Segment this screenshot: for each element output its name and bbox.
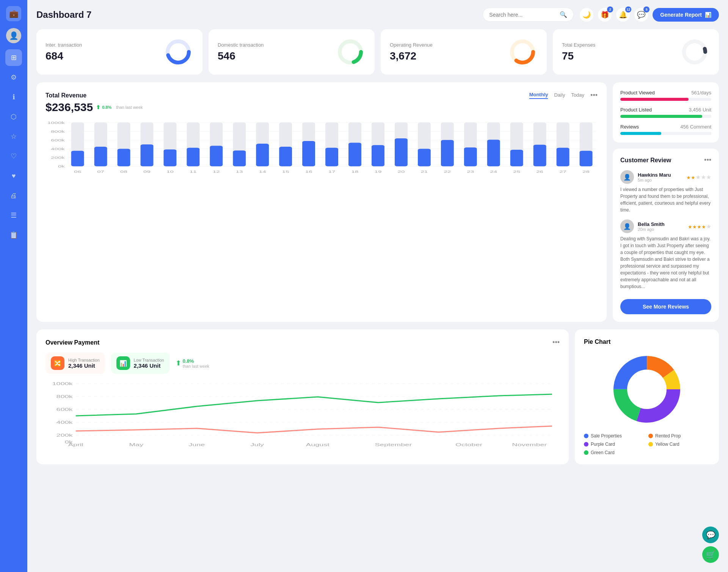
sidebar-item-dashboard[interactable]: ⊞ <box>5 49 22 66</box>
notifications-btn[interactable]: 🎁 2 <box>598 8 612 22</box>
svg-rect-49 <box>210 146 223 166</box>
donut-expenses <box>679 37 710 67</box>
svg-text:22: 22 <box>444 170 451 174</box>
low-transaction-icon: 📊 <box>116 356 130 370</box>
dark-mode-toggle[interactable]: 🌙 <box>580 8 593 22</box>
svg-text:13: 13 <box>236 170 243 174</box>
svg-text:18: 18 <box>351 170 359 174</box>
tab-today[interactable]: Today <box>571 92 584 99</box>
stat-value-domestic: 546 <box>218 50 264 62</box>
payment-title: Overview Payment <box>46 339 99 346</box>
svg-text:24: 24 <box>490 170 497 174</box>
search-bar: 🔍 <box>483 8 574 22</box>
legend-dot-rented <box>648 434 653 438</box>
svg-rect-61 <box>487 139 500 166</box>
badge-gift: 2 <box>607 6 613 13</box>
user-avatar[interactable]: 👤 <box>6 28 21 43</box>
payment-card: Overview Payment ••• 🔀 High Transaction … <box>36 329 569 464</box>
svg-rect-59 <box>441 140 454 166</box>
sidebar-item-layers[interactable]: ⬡ <box>5 108 22 125</box>
line-chart-svg: 1000k 800k 600k 400k 200k 0k April May <box>46 380 560 448</box>
pie-chart-svg <box>609 351 685 427</box>
metric-product-viewed: Product Viewed 561/days <box>620 90 711 101</box>
legend-sale: Sale Properties <box>584 433 645 439</box>
search-icon[interactable]: 🔍 <box>560 11 567 18</box>
legend-green: Green Card <box>584 450 645 455</box>
sidebar-item-list[interactable]: ☰ <box>5 207 22 224</box>
tab-daily[interactable]: Daily <box>554 92 565 99</box>
svg-rect-45 <box>118 149 130 166</box>
svg-text:800k: 800k <box>51 130 65 133</box>
payment-more-menu[interactable]: ••• <box>552 338 560 346</box>
svg-text:0k: 0k <box>58 165 65 168</box>
svg-rect-60 <box>464 147 477 166</box>
reviewer-name-1: Hawkins Maru <box>638 172 671 178</box>
svg-rect-47 <box>164 149 177 166</box>
chat-float-button[interactable]: 💬 <box>702 527 719 543</box>
sidebar-item-liked[interactable]: ♥ <box>5 168 22 184</box>
svg-text:800k: 800k <box>56 395 73 399</box>
bar-chart-svg: 1000k 800k 600k 400k 200k 0k <box>46 120 598 180</box>
svg-text:27: 27 <box>559 170 566 174</box>
legend-dot-purple <box>584 442 588 447</box>
tab-monthly[interactable]: Monthly <box>529 92 548 99</box>
stat-card-inter: Inter. transaction 684 <box>36 29 202 75</box>
sidebar-item-settings[interactable]: ⚙ <box>5 69 22 86</box>
review-stars-2: ★★★★★ <box>688 223 711 230</box>
legend-purple: Purple Card <box>584 442 645 447</box>
svg-rect-64 <box>557 148 570 166</box>
svg-rect-43 <box>71 151 84 166</box>
revenue-more-menu[interactable]: ••• <box>590 91 598 99</box>
payment-change: ⬆ 0.8% than last week <box>176 353 209 374</box>
revenue-header: Total Revenue Monthly Daily Today ••• <box>46 91 598 99</box>
legend-rented: Rented Prop <box>648 433 710 439</box>
svg-rect-53 <box>302 141 315 166</box>
cart-float-button[interactable]: 🛒 <box>702 546 719 563</box>
bottom-row: Overview Payment ••• 🔀 High Transaction … <box>36 329 719 464</box>
sidebar: 💼 👤 ⊞ ⚙ ℹ ⬡ ☆ ♡ ♥ 🖨 ☰ 📋 <box>0 0 27 572</box>
svg-text:23: 23 <box>467 170 474 174</box>
reviewer-name-2: Bella Smith <box>638 221 665 227</box>
svg-text:200k: 200k <box>51 156 65 160</box>
svg-text:26: 26 <box>536 170 543 174</box>
svg-text:November: November <box>512 443 547 447</box>
pie-title: Pie Chart <box>584 338 710 345</box>
sidebar-item-info[interactable]: ℹ <box>5 89 22 105</box>
reviewer-time-1: 5m ago <box>638 178 671 182</box>
sidebar-logo[interactable]: 💼 <box>6 6 21 21</box>
revenue-card: Total Revenue Monthly Daily Today ••• $2… <box>36 82 607 322</box>
svg-text:600k: 600k <box>56 407 73 412</box>
svg-text:28: 28 <box>582 170 590 174</box>
payment-stats: 🔀 High Transaction 2,346 Unit 📊 Low Tran… <box>46 353 560 374</box>
svg-text:10: 10 <box>166 170 174 174</box>
sidebar-item-print[interactable]: 🖨 <box>5 187 22 204</box>
svg-text:August: August <box>306 443 330 447</box>
bar-chart-area: 1000k 800k 600k 400k 200k 0k <box>46 120 598 182</box>
generate-report-button[interactable]: Generate Report 📊 <box>653 8 719 22</box>
content-row: Total Revenue Monthly Daily Today ••• $2… <box>36 82 719 322</box>
review-stars-1: ★★★★★ <box>686 174 711 181</box>
svg-text:600k: 600k <box>51 138 65 142</box>
svg-rect-52 <box>279 147 292 166</box>
svg-text:17: 17 <box>328 170 336 174</box>
svg-text:1000k: 1000k <box>47 121 65 125</box>
metric-reviews: Reviews 456 Comment <box>620 124 711 135</box>
svg-text:15: 15 <box>282 170 289 174</box>
svg-text:06: 06 <box>74 170 81 174</box>
messages-btn[interactable]: 💬 5 <box>634 8 648 22</box>
sidebar-item-star[interactable]: ☆ <box>5 128 22 145</box>
svg-rect-58 <box>418 149 431 166</box>
search-input[interactable] <box>489 12 560 18</box>
stat-value-revenue: 3,672 <box>390 50 433 62</box>
review-more-menu[interactable]: ••• <box>704 156 711 164</box>
stat-value-inter: 684 <box>46 50 82 62</box>
sidebar-item-doc[interactable]: 📋 <box>5 227 22 243</box>
svg-rect-54 <box>325 148 338 166</box>
payment-change-arrow-icon: ⬆ <box>176 359 181 367</box>
alerts-btn[interactable]: 🔔 12 <box>616 8 630 22</box>
see-more-reviews-button[interactable]: See More Reviews <box>620 299 711 314</box>
svg-rect-50 <box>233 150 246 166</box>
revenue-tabs: Monthly Daily Today <box>529 92 584 99</box>
svg-text:400k: 400k <box>56 420 73 425</box>
sidebar-item-favorites[interactable]: ♡ <box>5 148 22 165</box>
